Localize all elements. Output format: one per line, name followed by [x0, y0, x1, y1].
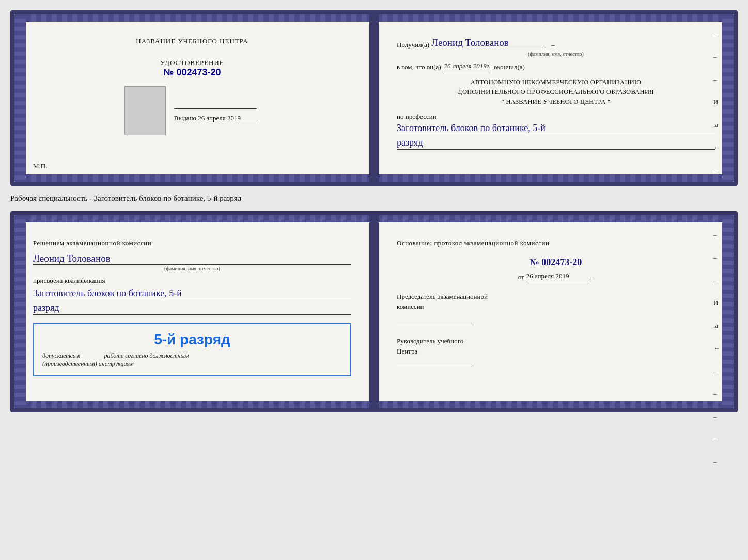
document-card-2: Решением экзаменационной комиссии Леонид…: [10, 211, 738, 412]
document-card-1: НАЗВАНИЕ УЧЕБНОГО ЦЕНТРА УДОСТОВЕРЕНИЕ №…: [10, 10, 738, 186]
doc1-left-row: Выдано 26 апреля 2019: [33, 86, 351, 135]
vydano-block: Выдано 26 апреля 2019: [174, 99, 260, 123]
dash2-r8: –: [713, 390, 720, 398]
fio-caption-2: (фамилия, имя, отчество): [33, 266, 351, 271]
doc2-razryad: разряд: [33, 302, 351, 315]
vydano-value: 26 апреля 2019: [198, 114, 260, 123]
dash1: –: [551, 41, 555, 49]
side-strip-right-1: [722, 14, 734, 182]
dash2-r3: –: [713, 276, 720, 284]
doc2-profession: Заготовитель блоков по ботанике, 5-й: [33, 288, 351, 300]
dashes-col-2: – – – И ,а ← – – – – –: [713, 231, 720, 466]
dash2-r2: –: [713, 253, 720, 262]
predsedatel-block: Председатель экзаменационной комиссии: [397, 292, 715, 326]
komissii-label: комиссии: [397, 301, 715, 312]
doc1-center-label: НАЗВАНИЕ УЧЕБНОГО ЦЕНТРА: [136, 37, 248, 45]
doc2-right-content: Основание: протокол экзаменационной коми…: [393, 228, 719, 371]
specialty-label: Рабочая специальность - Заготовитель бло…: [10, 192, 738, 205]
dopuskaetsya-line: допускается к работе согласно должностны…: [42, 352, 342, 360]
org-block: АВТОНОМНУЮ НЕКОММЕРЧЕСКУЮ ОРГАНИЗАЦИЮ ДО…: [397, 77, 715, 106]
ot-dash: –: [590, 273, 594, 281]
instruktsii-line: (производственным) инструкциям: [42, 360, 342, 368]
predsedatel-sig-line: [397, 314, 474, 323]
doc1-left-content: НАЗВАНИЕ УЧЕБНОГО ЦЕНТРА УДОСТОВЕРЕНИЕ №…: [29, 27, 355, 135]
ot-text: от: [518, 273, 524, 281]
side-strip-right-2: [722, 215, 734, 408]
udostoverenie-number: № 002473-20: [160, 67, 224, 78]
dash2-r5: ,а: [713, 322, 720, 330]
dash-r2: –: [713, 53, 720, 61]
resheniem-block: Решением экзаменационной комиссии: [33, 238, 351, 249]
dopuskaetsya-text: допускается к: [42, 352, 80, 359]
dash2-r9: –: [713, 412, 720, 421]
doc1-right-content: Получил(а) Леонид Толованов – (фамилия, …: [393, 27, 719, 150]
doc1-profession: Заготовитель блоков по ботанике, 5-й: [397, 123, 715, 135]
vtom-line: в том, что он(а) 26 апреля 2019г. окончи…: [397, 62, 715, 71]
dash2-r6: ←: [713, 344, 720, 353]
dash-r5: ,а: [713, 121, 720, 129]
side-strip-left-2: [14, 215, 26, 408]
rabota-text: работе согласно должностным: [104, 352, 189, 359]
org-line1: АВТОНОМНУЮ НЕКОММЕРЧЕСКУЮ ОРГАНИЗАЦИЮ: [397, 77, 715, 87]
dash-r1: –: [713, 30, 720, 38]
side-strip-left-1: [14, 14, 26, 182]
tsentra-label: Центра: [397, 346, 715, 357]
org-line2: ДОПОЛНИТЕЛЬНОГО ПРОФЕССИОНАЛЬНОГО ОБРАЗО…: [397, 87, 715, 97]
dash-r7: –: [713, 166, 720, 174]
dash-r6: ←: [713, 143, 720, 152]
doc2-name: Леонид Толованов: [33, 253, 351, 265]
po-professii-label: по профессии: [397, 113, 715, 121]
doc-spine-2: [369, 215, 379, 408]
dopuskaetsya-underline: [82, 352, 102, 360]
photo-placeholder: [124, 86, 166, 135]
big-razryad-box: 5-й разряд допускается к работе согласно…: [33, 323, 351, 376]
doc1-name: Леонид Толованов: [431, 37, 545, 49]
vtom-text: в том, что он(а): [397, 63, 441, 71]
org-line3: " НАЗВАНИЕ УЧЕБНОГО ЦЕНТРА ": [397, 97, 715, 107]
dash2-r4: И: [713, 299, 720, 307]
doc2-left-content: Решением экзаменационной комиссии Леонид…: [29, 228, 355, 376]
rukovoditel-label: Руководитель учебного: [397, 336, 715, 346]
signature-line: [174, 99, 257, 109]
rukovoditel-sig-line: [397, 358, 474, 367]
okonchil-text: окончил(а): [494, 63, 525, 71]
ot-date: 26 апреля 2019: [526, 272, 588, 281]
dash2-r7: –: [713, 367, 720, 375]
dash-r4: И: [713, 98, 720, 106]
vtom-date: 26 апреля 2019г.: [444, 62, 491, 71]
ot-line: от 26 апреля 2019 –: [397, 272, 715, 281]
doc1-left: НАЗВАНИЕ УЧЕБНОГО ЦЕНТРА УДОСТОВЕРЕНИЕ №…: [14, 14, 374, 182]
doc1-right: Получил(а) Леонид Толованов – (фамилия, …: [374, 14, 734, 182]
udostoverenie-block: УДОСТОВЕРЕНИЕ № 002473-20: [160, 59, 224, 78]
predsedatel-label: Председатель экзаменационной: [397, 292, 715, 302]
dash2-r10: –: [713, 435, 720, 443]
mp-label: М.П.: [33, 162, 47, 170]
osnovanie-block: Основание: протокол экзаменационной коми…: [397, 238, 715, 249]
resheniem-text: Решением экзаменационной комиссии: [33, 239, 151, 247]
doc2-right: Основание: протокол экзаменационной коми…: [374, 215, 734, 408]
dash-r3: –: [713, 75, 720, 84]
big-razryad-text: 5-й разряд: [42, 331, 342, 348]
poluchil-text: Получил(а): [397, 41, 429, 49]
udostoverenie-title: УДОСТОВЕРЕНИЕ: [160, 59, 224, 67]
doc2-left: Решением экзаменационной комиссии Леонид…: [14, 215, 374, 408]
poluchil-line: Получил(а) Леонид Толованов –: [397, 37, 715, 49]
fio-caption-1: (фамилия, имя, отчество): [397, 51, 715, 57]
vydano-block-text: Выдано 26 апреля 2019: [174, 114, 260, 123]
vydano-label: Выдано: [174, 114, 196, 122]
doc-spine-1: [369, 14, 379, 182]
protocol-number: № 002473-20: [397, 257, 715, 268]
prisvoena-label: присвоена квалификация: [33, 277, 351, 285]
dash2-r11: –: [713, 458, 720, 466]
doc1-razryad: разряд: [397, 137, 715, 150]
rukovoditel-block: Руководитель учебного Центра: [397, 336, 715, 371]
page-wrapper: НАЗВАНИЕ УЧЕБНОГО ЦЕНТРА УДОСТОВЕРЕНИЕ №…: [10, 10, 738, 412]
dash2-r1: –: [713, 231, 720, 239]
dashes-col-1: – – – И ,а ← –: [713, 30, 720, 174]
